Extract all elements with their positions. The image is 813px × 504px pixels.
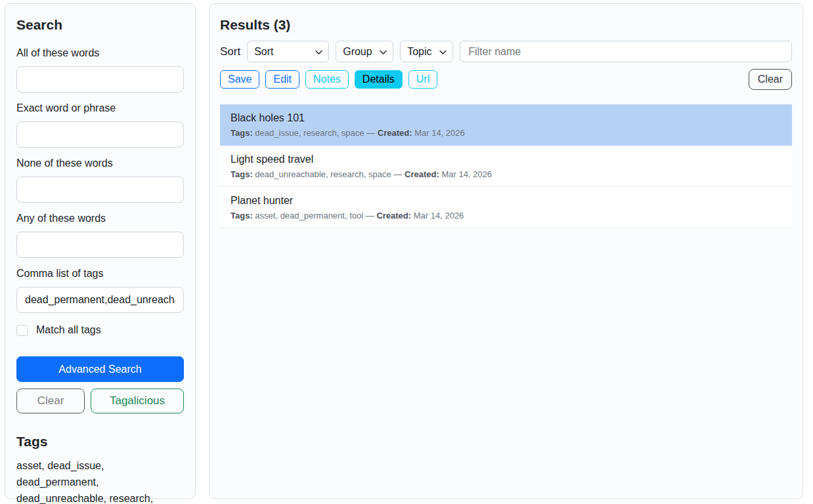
created-label: Created: <box>405 169 439 179</box>
sort-select-wrap: Sort <box>247 41 329 62</box>
result-row[interactable]: Black holes 101 Tags: dead_issue, resear… <box>220 104 792 146</box>
tags-label: Tags: <box>231 128 253 138</box>
result-created: Mar 14, 2026 <box>441 169 492 179</box>
result-meta: Tags: dead_issue, research, space — Crea… <box>231 127 781 139</box>
search-panel-title: Search <box>16 17 184 33</box>
filter-name-input[interactable] <box>460 41 792 62</box>
url-button[interactable]: Url <box>408 70 437 89</box>
any-words-label: Any of these words <box>16 213 184 224</box>
sidebar-button-row: Clear Tagalicious <box>16 388 184 413</box>
sort-label: Sort <box>220 45 240 58</box>
tag-list-label: Comma list of tags <box>16 268 184 280</box>
notes-button[interactable]: Notes <box>305 70 349 89</box>
result-tags: asset, dead_permanent, tool <box>255 211 363 220</box>
results-title: Results (3) <box>220 17 792 33</box>
meta-dash: — <box>366 211 374 220</box>
details-button[interactable]: Details <box>355 70 403 89</box>
tags-list-text: asset, dead_issue, dead_permanent, dead_… <box>16 457 184 504</box>
result-tags: dead_unreachable, research, space <box>255 169 391 179</box>
created-label: Created: <box>378 128 412 138</box>
sort-select[interactable]: Sort <box>247 41 329 62</box>
results-panel: Results (3) Sort Sort Group Topic Save E… <box>209 3 803 499</box>
clear-results-button[interactable]: Clear <box>749 69 792 90</box>
all-words-label: All of these words <box>16 47 184 59</box>
result-meta: Tags: dead_unreachable, research, space … <box>231 169 781 180</box>
none-words-input[interactable] <box>16 177 184 203</box>
results-controls-row: Sort Sort Group Topic <box>220 41 792 62</box>
search-panel: Search All of these words Exact word or … <box>5 3 196 499</box>
result-title: Planet hunter <box>231 194 781 207</box>
clear-search-button[interactable]: Clear <box>16 388 85 413</box>
created-label: Created: <box>376 211 411 220</box>
result-created: Mar 14, 2026 <box>414 211 464 220</box>
tags-label: Tags: <box>231 169 253 179</box>
tag-list-input[interactable] <box>16 287 184 313</box>
result-row[interactable]: Light speed travel Tags: dead_unreachabl… <box>220 146 792 187</box>
save-button[interactable]: Save <box>220 70 259 89</box>
group-select[interactable]: Group <box>336 41 393 62</box>
exact-phrase-input[interactable] <box>16 121 184 148</box>
any-words-input[interactable] <box>16 232 184 258</box>
tags-section-title: Tags <box>16 434 184 450</box>
tagalicious-button[interactable]: Tagalicious <box>91 388 184 413</box>
results-action-row: Save Edit Notes Details Url Clear <box>220 69 792 90</box>
advanced-search-button[interactable]: Advanced Search <box>16 356 184 382</box>
result-meta: Tags: asset, dead_permanent, tool — Crea… <box>231 210 781 222</box>
match-all-tags-label: Match all tags <box>36 324 101 336</box>
result-list: Black holes 101 Tags: dead_issue, resear… <box>220 104 792 228</box>
all-words-input[interactable] <box>16 66 184 93</box>
tags-label: Tags: <box>231 211 253 220</box>
exact-phrase-label: Exact word or phrase <box>16 102 184 114</box>
result-title: Light speed travel <box>231 152 781 166</box>
none-words-label: None of these words <box>16 158 184 169</box>
result-tags: dead_issue, research, space <box>255 128 364 138</box>
edit-button[interactable]: Edit <box>265 70 299 89</box>
topic-select[interactable]: Topic <box>400 41 453 62</box>
meta-dash: — <box>393 169 402 179</box>
match-all-tags-row: Match all tags <box>16 324 184 336</box>
group-select-wrap: Group <box>336 41 393 62</box>
match-all-tags-checkbox[interactable] <box>16 325 28 336</box>
topic-select-wrap: Topic <box>400 41 453 62</box>
result-title: Black holes 101 <box>231 111 781 125</box>
result-row[interactable]: Planet hunter Tags: asset, dead_permanen… <box>220 187 792 228</box>
meta-dash: — <box>366 128 375 138</box>
result-created: Mar 14, 2026 <box>414 128 465 138</box>
